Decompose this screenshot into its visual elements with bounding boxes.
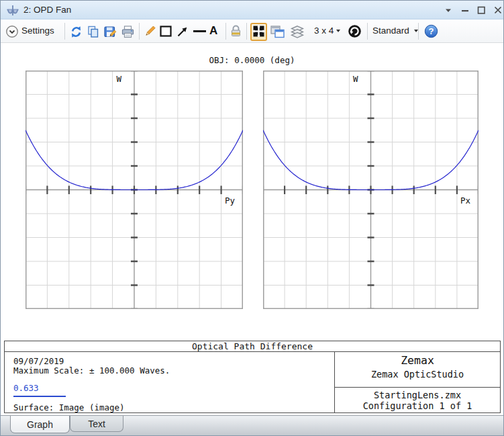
brand-name: Zemax [335, 354, 500, 367]
title-bar: 2: OPD Fan [1, 1, 503, 19]
max-scale-label: Maximum Scale: ± 100.000 Waves. [13, 365, 170, 376]
split-view-icon[interactable] [250, 23, 267, 41]
layers-icon[interactable] [290, 26, 305, 38]
brand-product: Zemax OpticStudio [335, 369, 500, 380]
line-tool-icon[interactable] [193, 26, 207, 37]
layout-label: Standard [372, 26, 409, 36]
close-button[interactable] [491, 4, 504, 16]
auto-update-icon[interactable] [348, 24, 362, 38]
brand-cell: Zemax Zemax OpticStudio [335, 352, 500, 388]
lens-file-label: StartingLens.zmx [335, 390, 500, 400]
file-cell: StartingLens.zmx Configuration 1 of 1 [335, 388, 500, 412]
plot-title: Optical Path Difference [5, 341, 500, 352]
svg-text:W: W [116, 74, 121, 84]
lock-icon[interactable] [230, 24, 242, 38]
opd-fan-window: 2: OPD Fan Settings [0, 0, 504, 436]
arrow-tool-icon[interactable] [176, 25, 189, 38]
field-header: OBJ: 0.0000 (deg) [26, 55, 478, 65]
date-label: 09/07/2019 [13, 356, 64, 366]
svg-text:Py: Py [225, 195, 236, 206]
svg-text:Px: Px [460, 195, 471, 206]
save-icon[interactable] [103, 25, 117, 39]
svg-text:?: ? [429, 26, 434, 36]
wavelength-label: 0.633 [13, 383, 39, 393]
surface-label: Surface: Image (image) [13, 402, 125, 412]
settings-button[interactable]: Settings [21, 26, 54, 36]
settings-chevron-icon[interactable] [5, 25, 19, 38]
pencil-tool-icon[interactable] [143, 25, 156, 38]
opd-fan-plot-sagittal: WPx [263, 71, 478, 309]
window-icon [5, 3, 20, 20]
layout-dropdown[interactable]: Standard [372, 26, 418, 36]
window-capture-icon[interactable] [270, 26, 285, 38]
minimize-button[interactable] [458, 4, 472, 16]
configuration-label: Configuration 1 of 1 [335, 400, 500, 411]
wavelength-underline [13, 396, 66, 397]
tab-text[interactable]: Text [70, 416, 123, 432]
rectangle-tool-icon[interactable] [160, 26, 172, 37]
tab-strip: Graph Text [1, 415, 503, 436]
copy-icon[interactable] [87, 25, 100, 38]
print-icon[interactable] [121, 25, 135, 39]
opd-fan-plot-tangential: WPy [26, 71, 243, 309]
refresh-icon[interactable] [70, 26, 83, 38]
window-title: 2: OPD Fan [23, 5, 71, 15]
grid-size-dropdown[interactable]: 3 x 4 [314, 26, 340, 36]
svg-text:W: W [353, 74, 358, 84]
plot-area: OBJ: 0.0000 (deg) WPy WPx Optical Path D… [1, 43, 503, 415]
grid-size-label: 3 x 4 [314, 26, 334, 36]
plot-footer-panel: Optical Path Difference 09/07/2019 Maxim… [4, 341, 501, 413]
window-menu-button[interactable] [442, 4, 455, 16]
toolbar: Settings [1, 20, 503, 43]
tab-graph[interactable]: Graph [10, 416, 70, 433]
help-icon[interactable]: ? [424, 24, 438, 38]
caret-down-icon [336, 30, 340, 32]
maximize-button[interactable] [474, 4, 488, 16]
text-tool-icon[interactable]: A [209, 24, 217, 38]
